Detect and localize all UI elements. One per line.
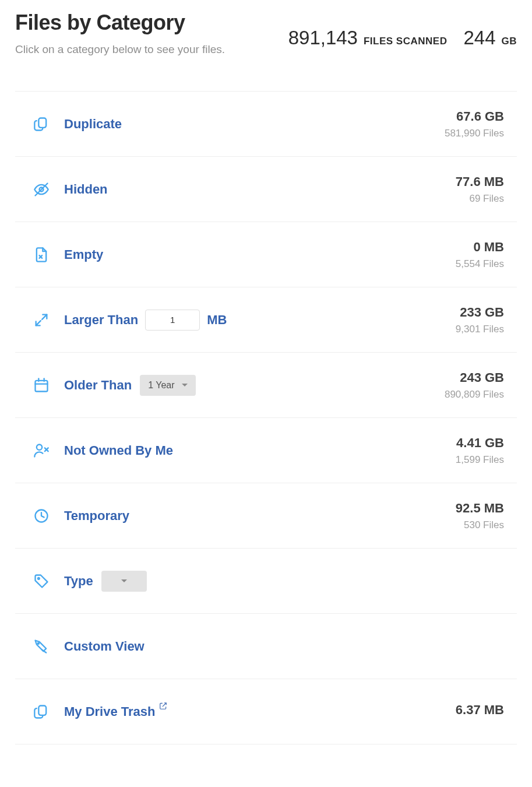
older-than-select[interactable]: 1 Year xyxy=(140,375,195,396)
svg-rect-7 xyxy=(36,380,48,391)
larger-than-unit: MB xyxy=(207,312,227,328)
category-row-my-drive-trash[interactable]: My Drive Trash 6.37 MB xyxy=(15,679,517,744)
category-label: Not Owned By Me xyxy=(64,443,173,458)
category-label: Empty xyxy=(64,247,103,262)
page-subtitle: Click on a category below to see your fi… xyxy=(15,43,288,56)
user-x-icon xyxy=(19,442,64,459)
category-row-duplicate[interactable]: Duplicate 67.6 GB 581,990 Files xyxy=(15,92,517,157)
category-label: Older Than xyxy=(64,378,132,393)
pen-icon xyxy=(19,638,64,655)
svg-line-5 xyxy=(42,314,47,319)
page-title: Files by Category xyxy=(15,10,288,35)
category-size: 92.5 MB xyxy=(456,501,504,516)
expand-icon xyxy=(19,312,64,328)
category-size: 233 GB xyxy=(456,305,504,320)
calendar-icon xyxy=(19,377,64,394)
files-scanned-label: FILES SCANNED xyxy=(364,36,447,47)
category-file-count: 9,301 Files xyxy=(456,324,504,335)
svg-rect-17 xyxy=(38,705,46,715)
category-label: Duplicate xyxy=(64,117,122,132)
total-size-unit: GB xyxy=(502,36,517,47)
svg-line-18 xyxy=(162,702,165,706)
category-list: Duplicate 67.6 GB 581,990 Files Hidden 7… xyxy=(15,91,517,744)
files-scanned-count: 891,143 xyxy=(288,27,358,49)
category-label: Type xyxy=(64,574,93,589)
category-label: Custom View xyxy=(64,639,145,654)
duplicate-icon xyxy=(19,116,64,132)
duplicate-icon xyxy=(19,704,64,720)
clock-icon xyxy=(19,508,64,524)
svg-line-6 xyxy=(36,321,41,325)
category-row-type[interactable]: Type xyxy=(15,549,517,614)
category-size: 4.41 GB xyxy=(456,435,504,451)
category-row-temporary[interactable]: Temporary 92.5 MB 530 Files xyxy=(15,483,517,549)
svg-point-16 xyxy=(38,642,39,644)
category-size: 6.37 MB xyxy=(456,702,504,718)
older-than-select-value: 1 Year xyxy=(148,380,174,391)
category-file-count: 530 Files xyxy=(456,519,504,531)
category-label: Hidden xyxy=(64,182,108,197)
larger-than-input[interactable] xyxy=(145,310,200,331)
category-row-older-than[interactable]: Older Than 1 Year 243 GB 890,809 Files xyxy=(15,353,517,418)
category-file-count: 69 Files xyxy=(456,193,504,205)
category-file-count: 1,599 Files xyxy=(456,454,504,466)
page-header: Files by Category Click on a category be… xyxy=(15,10,517,56)
total-size-value: 244 xyxy=(463,27,495,49)
category-row-not-owned[interactable]: Not Owned By Me 4.41 GB 1,599 Files xyxy=(15,418,517,483)
empty-icon xyxy=(19,247,64,263)
category-size: 67.6 GB xyxy=(445,109,504,124)
category-label: Larger Than xyxy=(64,312,138,328)
svg-rect-0 xyxy=(38,118,46,127)
svg-point-15 xyxy=(38,577,40,579)
chevron-down-icon xyxy=(182,384,188,387)
category-label: My Drive Trash xyxy=(64,704,156,719)
scan-stats: 891,143 FILES SCANNED 244 GB xyxy=(288,10,517,49)
hidden-icon xyxy=(19,181,64,198)
category-row-hidden[interactable]: Hidden 77.6 MB 69 Files xyxy=(15,157,517,222)
category-row-larger-than[interactable]: Larger Than MB 233 GB 9,301 Files xyxy=(15,287,517,353)
external-link-icon xyxy=(160,707,168,717)
category-row-empty[interactable]: Empty 0 MB 5,554 Files xyxy=(15,222,517,287)
chevron-down-icon xyxy=(121,579,127,582)
tag-icon xyxy=(19,573,64,589)
category-file-count: 890,809 Files xyxy=(445,389,504,400)
category-label: Temporary xyxy=(64,508,129,524)
category-file-count: 581,990 Files xyxy=(445,128,504,139)
category-size: 243 GB xyxy=(445,370,504,385)
category-row-custom-view[interactable]: Custom View xyxy=(15,614,517,679)
category-size: 0 MB xyxy=(456,240,504,255)
category-size: 77.6 MB xyxy=(456,174,504,189)
svg-point-11 xyxy=(37,444,42,449)
type-select[interactable] xyxy=(101,571,147,592)
category-file-count: 5,554 Files xyxy=(456,258,504,270)
